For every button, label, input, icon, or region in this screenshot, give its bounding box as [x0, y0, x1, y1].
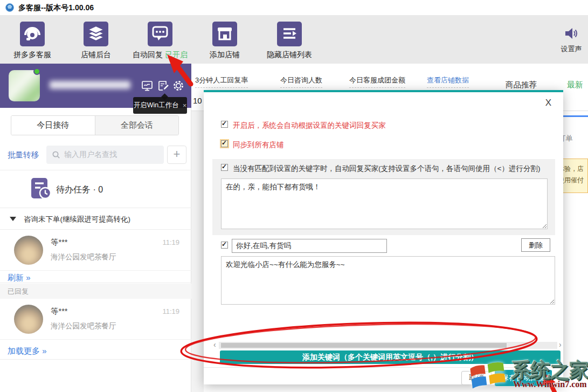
sync-all-shops-label: 同步到所有店铺 — [233, 140, 284, 150]
add-keyword-button[interactable]: 添加关键词（多个关键词用英文逗号（,）进行分割） — [220, 350, 561, 364]
todo-tasks-label: 待办任务 · 0 — [56, 184, 103, 196]
win-workbench-tooltip: 开启Win工作台 × — [133, 97, 187, 114]
replied-section-header: 已回复 — [0, 284, 191, 299]
refresh-link[interactable]: 刷新 » — [8, 273, 31, 283]
keyword-reply-textarea[interactable]: 欢迎光临小店~~有什么能为您服务~~ — [221, 256, 555, 305]
toolbar-label: 自动回复 — [133, 50, 163, 59]
chevrons-right-icon: » — [26, 273, 30, 282]
gear-icon[interactable] — [172, 80, 184, 92]
keyword-enabled-checkbox[interactable] — [221, 242, 228, 249]
toolbar-label: 拼多多客服 — [13, 50, 51, 59]
chat-bubble-icon — [148, 22, 172, 46]
tooltip-close-icon[interactable]: × — [183, 101, 187, 109]
keyword-input[interactable] — [232, 239, 387, 253]
enable-auto-reply-checkbox[interactable] — [221, 121, 228, 128]
sync-all-shops-checkbox[interactable] — [221, 140, 228, 147]
user-name-blurred — [50, 81, 130, 89]
chat-time: 11:19 — [162, 238, 179, 246]
chat-shop-name: 海洋公园发吧茶餐厅 — [51, 252, 116, 262]
list-arrow-icon — [277, 22, 302, 46]
stat-reply-rate-label: 3分钟人工回复率 — [195, 75, 248, 88]
toolbar-pinduoduo-service[interactable]: 拼多多客服 — [0, 22, 65, 60]
toolbar-add-shop[interactable]: 添加店铺 — [192, 22, 257, 60]
tooltip-text: 开启Win工作台 — [134, 101, 179, 110]
chat-time: 11:19 — [162, 307, 179, 315]
chat-avatar — [14, 305, 43, 334]
cancel-button[interactable]: 取消 — [461, 371, 492, 385]
delete-keyword-button[interactable]: 删除 — [521, 238, 550, 252]
toolbar-hide-shop-list[interactable]: 隐藏店铺列表 — [257, 22, 322, 60]
right-strip: 订单 体验，店 使用催付 — [563, 111, 588, 392]
chat-user-name: 等*** — [51, 237, 67, 247]
user-avatar[interactable] — [9, 70, 40, 101]
stat-group-amount-label: 今日客服成团金额 — [349, 75, 405, 88]
chat-list-item[interactable]: 等*** 11:19 海洋公园发吧茶餐厅 — [0, 230, 191, 271]
enable-auto-reply-label: 开启后，系统会自动根据设置的关键词回复买家 — [233, 121, 386, 130]
app-window: 多客服--版本号1.00.06 拼多多客服 店铺后台 自动回复已开启 — [0, 0, 588, 392]
scrollbar-thumb[interactable] — [221, 343, 507, 348]
online-status-dot — [33, 68, 40, 75]
refresh-label: 刷新 — [8, 273, 24, 282]
conversation-tabs: 今日接待 全部会话 — [11, 115, 179, 135]
headset-agent-icon — [20, 22, 45, 46]
replied-label: 已回复 — [8, 287, 29, 297]
chevrons-right-icon: » — [42, 346, 46, 355]
toolbar-auto-reply[interactable]: 自动回复已开启 — [128, 22, 192, 60]
toolbar-sound-settings[interactable]: 设置声 — [547, 27, 588, 54]
todo-tasks-icon — [29, 176, 53, 202]
search-placeholder: 输入用户名查找 — [64, 150, 117, 160]
title-bar: 多客服--版本号1.00.06 — [0, 0, 588, 15]
auto-reply-status: 已开启 — [165, 50, 188, 59]
chat-avatar — [14, 236, 43, 265]
edit-note-icon[interactable] — [157, 80, 169, 92]
tab-product-recommend[interactable]: 商品推荐 — [506, 80, 537, 90]
storefront-icon — [212, 22, 237, 46]
batch-transfer-link[interactable]: 批量转移 — [8, 150, 39, 160]
horizontal-scrollbar[interactable] — [219, 342, 557, 349]
scroll-right-icon[interactable]: › — [559, 340, 562, 349]
sidebar: 开启Win工作台 × 今日接待 全部会话 批量转移 输入用户名查找 待办任务 ·… — [0, 64, 191, 392]
speaker-icon — [564, 27, 578, 40]
save-button[interactable]: 保存自动回复 — [495, 370, 552, 386]
footer-divider — [204, 367, 563, 368]
todo-row[interactable]: 待办任务 · 0 — [0, 170, 191, 208]
add-button[interactable] — [167, 146, 186, 164]
search-row: 批量转移 输入用户名查找 — [0, 139, 191, 170]
pending-section-label: 咨询未下单(继续跟进可提高转化) — [24, 215, 130, 224]
auto-reply-settings-dialog: X 开启后，系统会自动根据设置的关键词回复买家 同步到所有店铺 当没有匹配到设置… — [204, 90, 563, 384]
view-store-data-link[interactable]: 查看店铺数据 — [427, 75, 469, 88]
toolbar-label: 添加店铺 — [210, 50, 240, 59]
pending-orders-section[interactable]: 咨询未下单(继续跟进可提高转化) — [0, 208, 191, 230]
load-more-label: 加载更多 — [8, 346, 40, 355]
fallback-reply-checkbox[interactable] — [221, 164, 228, 171]
collapse-caret-icon — [10, 217, 16, 221]
workbench-monitor-icon[interactable] — [141, 80, 153, 92]
chat-user-name: 等*** — [51, 306, 67, 317]
fallback-reply-textarea[interactable]: 在的，亲，能拍下都有货哦！ — [221, 178, 548, 229]
toolbar: 拼多多客服 店铺后台 自动回复已开启 添加店铺 隐藏店铺 — [0, 15, 588, 64]
chat-list-item[interactable]: 等*** 11:19 海洋公园发吧茶餐厅 — [0, 299, 191, 340]
stat-reply-rate-value: 10 — [193, 96, 202, 105]
chat-shop-name: 海洋公园发吧茶餐厅 — [51, 321, 116, 331]
load-more-link[interactable]: 加载更多 » — [8, 346, 47, 356]
app-logo-icon — [5, 3, 14, 12]
toolbar-label: 店铺后台 — [81, 50, 111, 59]
window-title: 多客服--版本号1.00.06 — [18, 3, 94, 13]
close-icon[interactable]: X — [545, 98, 551, 108]
tab-today-reception[interactable]: 今日接待 — [11, 116, 95, 135]
search-input[interactable]: 输入用户名查找 — [46, 146, 164, 164]
toolbar-shop-backend[interactable]: 店铺后台 — [64, 22, 128, 60]
tab-active-underline — [559, 115, 588, 117]
tab-all-sessions[interactable]: 全部会话 — [95, 116, 179, 135]
fallback-reply-label: 当没有匹配到设置的关键字时，自动回复买家(支持设置多个语句，各语句间使用（<）进… — [233, 164, 540, 174]
search-icon — [52, 150, 60, 159]
toolbar-label: 隐藏店铺列表 — [267, 50, 312, 59]
tab-latest[interactable]: 最新 — [567, 80, 583, 90]
sound-settings-label: 设置声 — [547, 44, 588, 54]
layers-icon — [84, 22, 108, 46]
scroll-left-icon[interactable]: ‹ — [213, 340, 216, 349]
stat-consult-count-label: 今日咨询人数 — [280, 75, 322, 88]
